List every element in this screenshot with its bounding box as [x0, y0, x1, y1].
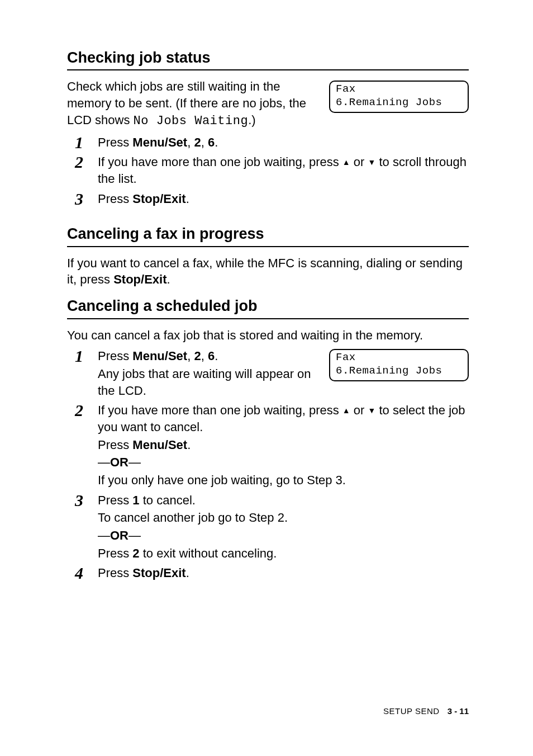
text: If you only have one job waiting, go to …: [98, 472, 469, 489]
text: —: [129, 528, 141, 542]
up-arrow-icon: ▲: [342, 406, 350, 415]
down-arrow-icon: ▼: [368, 158, 375, 167]
text: to cancel.: [140, 493, 196, 507]
text: .): [248, 113, 255, 127]
step-body: Press Menu/Set, 2, 6. Any jobs that are …: [98, 347, 318, 400]
text: Press: [98, 566, 132, 580]
text: .: [215, 349, 218, 363]
footer-section-label: SETUP SEND: [383, 706, 440, 716]
text: ,: [187, 135, 194, 149]
text: Press: [98, 546, 132, 560]
step-number: 4: [67, 564, 98, 582]
lcd-text-inline: No Jobs Waiting: [134, 114, 249, 128]
text: Press: [98, 493, 132, 507]
step-body: Press Menu/Set, 2, 6.: [98, 133, 469, 152]
text: To cancel another job go to Step 2.: [98, 509, 469, 526]
text: Press: [98, 438, 132, 452]
step-body: If you have more than one job waiting, p…: [98, 401, 469, 489]
step-row: 2 If you have more than one job waiting,…: [67, 153, 469, 188]
page-number: 3 - 11: [448, 706, 469, 716]
step-row: 3 Press Stop/Exit.: [67, 190, 469, 209]
key-label: 2: [194, 135, 201, 149]
step-body: If you have more than one job waiting, p…: [98, 153, 469, 188]
text: —: [98, 528, 110, 542]
text: ,: [201, 135, 208, 149]
text: —: [129, 455, 141, 469]
step-row: 2 If you have more than one job waiting,…: [67, 401, 469, 489]
step-row: 4 Press Stop/Exit.: [67, 564, 469, 583]
key-label: Stop/Exit: [113, 272, 166, 286]
text: Press: [98, 349, 132, 363]
or-text: OR: [110, 455, 129, 469]
text: Press: [98, 135, 132, 149]
or-separator: —OR—: [98, 454, 469, 471]
key-label: Stop/Exit: [132, 192, 185, 206]
key-label: Stop/Exit: [132, 566, 185, 580]
text: ,: [187, 349, 194, 363]
text: .: [186, 192, 189, 206]
text: Press: [98, 192, 132, 206]
text: Any jobs that are waiting will appear on…: [98, 366, 318, 399]
step-row: 1 Press Menu/Set, 2, 6.: [67, 133, 469, 152]
text: .: [187, 438, 191, 452]
text: .: [186, 566, 189, 580]
or-text: OR: [110, 528, 129, 542]
lcd-line: 6.Remaining Jobs: [336, 365, 462, 378]
step-number: 1: [67, 133, 98, 151]
paragraph: If you want to cancel a fax, while the M…: [67, 255, 469, 288]
text: or: [350, 155, 368, 169]
key-label: 6: [208, 135, 215, 149]
key-label: Menu/Set: [132, 135, 187, 149]
text: .: [215, 135, 218, 149]
step-row: 3 Press 1 to cancel. To cancel another j…: [67, 491, 469, 563]
key-label: Menu/Set: [132, 438, 187, 452]
step-body: Press 1 to cancel. To cancel another job…: [98, 491, 469, 563]
text: ,: [201, 349, 208, 363]
step-row: 1 Press Menu/Set, 2, 6. Any jobs that ar…: [67, 347, 318, 400]
down-arrow-icon: ▼: [368, 406, 375, 415]
text: If you have more than one job waiting, p…: [98, 155, 342, 169]
text: to exit without canceling.: [140, 546, 277, 560]
lcd-display-2: Fax 6.Remaining Jobs: [329, 349, 469, 381]
lcd-line: Fax: [336, 83, 462, 96]
key-label: 2: [132, 546, 139, 560]
intro-paragraph: You can cancel a fax job that is stored …: [67, 327, 469, 344]
lcd-line: Fax: [336, 351, 462, 365]
text: or: [350, 403, 368, 417]
key-label: 6: [208, 349, 215, 363]
key-label: 1: [132, 493, 139, 507]
step-number: 3: [67, 491, 98, 509]
key-label: Menu/Set: [132, 349, 187, 363]
step-number: 2: [67, 401, 98, 419]
lcd-line: 6.Remaining Jobs: [336, 96, 462, 110]
step-body: Press Stop/Exit.: [98, 190, 469, 209]
key-label: 2: [194, 349, 201, 363]
page-footer: SETUP SEND3 - 11: [383, 706, 469, 717]
text: If you have more than one job waiting, p…: [98, 403, 342, 417]
section-title-canceling-fax-in-progress: Canceling a fax in progress: [67, 224, 469, 247]
or-separator: —OR—: [98, 527, 469, 544]
text: —: [98, 455, 110, 469]
step-number: 3: [67, 190, 98, 207]
step-body: Press Stop/Exit.: [98, 564, 469, 583]
text: .: [166, 272, 170, 286]
step-number: 1: [67, 347, 98, 365]
up-arrow-icon: ▲: [342, 158, 350, 167]
lcd-display-1: Fax 6.Remaining Jobs: [329, 81, 469, 113]
step-number: 2: [67, 153, 98, 171]
section-title-checking-job-status: Checking job status: [67, 48, 469, 70]
section-title-canceling-scheduled-job: Canceling a scheduled job: [67, 296, 469, 319]
